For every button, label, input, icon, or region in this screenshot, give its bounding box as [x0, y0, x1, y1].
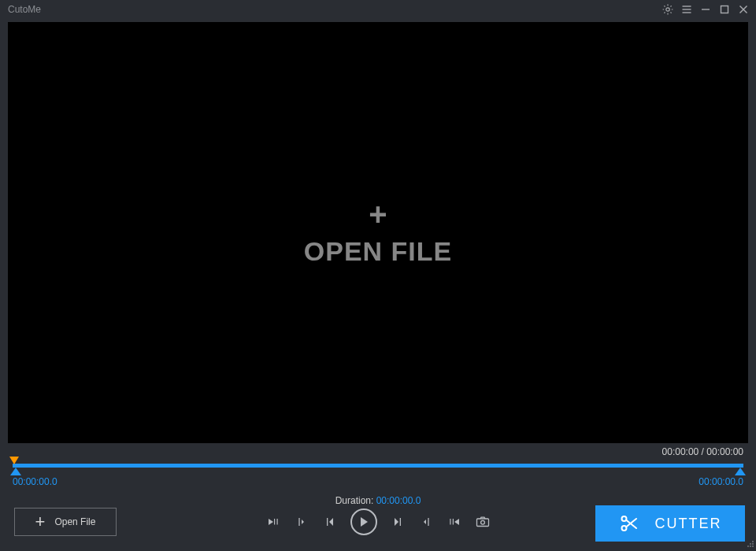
minimize-icon[interactable]	[698, 2, 713, 17]
time-display: 00:00:00 / 00:00:00	[0, 443, 756, 459]
svg-point-0	[666, 8, 669, 11]
svg-point-31	[750, 545, 751, 547]
svg-rect-5	[721, 6, 728, 13]
jump-to-start-button[interactable]	[265, 514, 281, 530]
open-file-placeholder: + OPEN FILE	[304, 198, 452, 267]
jump-to-end-button[interactable]	[447, 514, 462, 530]
svg-point-29	[752, 543, 754, 545]
svg-rect-12	[327, 518, 328, 526]
menu-icon[interactable]	[679, 2, 695, 17]
playhead-handle[interactable]	[9, 457, 19, 464]
window-resize-grip[interactable]	[745, 540, 754, 549]
trim-start-handle[interactable]	[10, 468, 21, 475]
window-controls	[660, 2, 751, 17]
app-title: CutoMe	[8, 4, 41, 15]
cutter-button-label: CUTTER	[655, 516, 722, 532]
plus-icon: +	[369, 198, 387, 230]
open-file-placeholder-label: OPEN FILE	[304, 236, 452, 267]
close-icon[interactable]	[736, 2, 751, 17]
open-file-button[interactable]: + Open File	[14, 508, 117, 536]
trim-end-handle[interactable]	[735, 468, 746, 475]
timeline-start-time: 00:00:00.0	[13, 476, 57, 487]
timeline-time-labels: 00:00:00.0 00:00:00.0	[13, 476, 743, 487]
svg-rect-9	[274, 519, 275, 525]
svg-line-26	[626, 519, 636, 527]
svg-marker-8	[269, 519, 273, 525]
total-time: 00:00:00	[706, 446, 743, 457]
svg-marker-14	[361, 517, 368, 527]
current-time: 00:00:00	[662, 446, 699, 457]
set-end-marker-button[interactable]	[418, 514, 434, 530]
svg-point-27	[752, 541, 754, 542]
play-button[interactable]	[350, 508, 377, 535]
next-frame-button[interactable]	[390, 514, 406, 530]
svg-point-28	[750, 543, 751, 545]
scissors-icon	[619, 513, 639, 534]
titlebar[interactable]: CutoMe	[0, 0, 756, 19]
svg-point-32	[752, 545, 754, 547]
time-separator: /	[699, 446, 706, 457]
timeline-track[interactable]	[13, 464, 743, 468]
playback-controls	[265, 508, 491, 535]
plus-icon: +	[35, 513, 46, 531]
svg-marker-13	[329, 518, 333, 526]
settings-gear-icon[interactable]	[660, 2, 676, 17]
svg-marker-15	[395, 518, 398, 526]
svg-line-25	[626, 520, 636, 529]
open-file-button-label: Open File	[54, 516, 95, 527]
video-preview-dropzone[interactable]: + OPEN FILE	[8, 22, 748, 443]
svg-point-22	[481, 520, 485, 524]
timeline[interactable]	[13, 459, 743, 475]
snapshot-button[interactable]	[475, 514, 491, 530]
previous-frame-button[interactable]	[322, 514, 338, 530]
maximize-icon[interactable]	[717, 2, 732, 17]
set-start-marker-button[interactable]	[294, 514, 309, 530]
bottom-toolbar: + Open File	[0, 502, 756, 542]
cutter-button[interactable]: CUTTER	[595, 505, 745, 542]
svg-rect-19	[453, 519, 454, 525]
svg-rect-16	[400, 518, 401, 526]
svg-rect-10	[277, 519, 278, 525]
svg-marker-20	[454, 519, 459, 525]
svg-point-30	[747, 545, 749, 547]
timeline-end-time: 00:00:00.0	[699, 476, 743, 487]
svg-rect-21	[477, 519, 489, 527]
svg-rect-18	[450, 519, 450, 525]
